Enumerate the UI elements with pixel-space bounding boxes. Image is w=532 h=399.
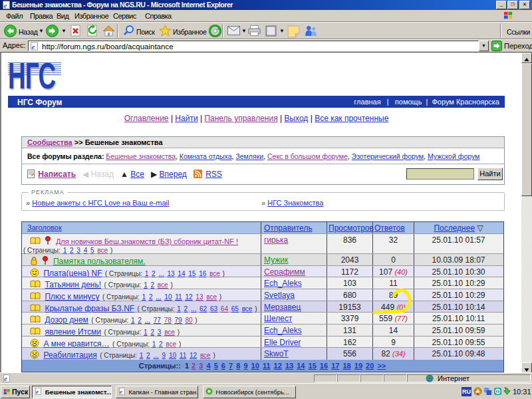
svg-text:e: e: [3, 2, 7, 9]
svg-text:e: e: [120, 388, 122, 395]
svg-text:e: e: [31, 43, 35, 51]
svg-text:e: e: [36, 388, 39, 395]
svg-text:e: e: [4, 375, 7, 382]
